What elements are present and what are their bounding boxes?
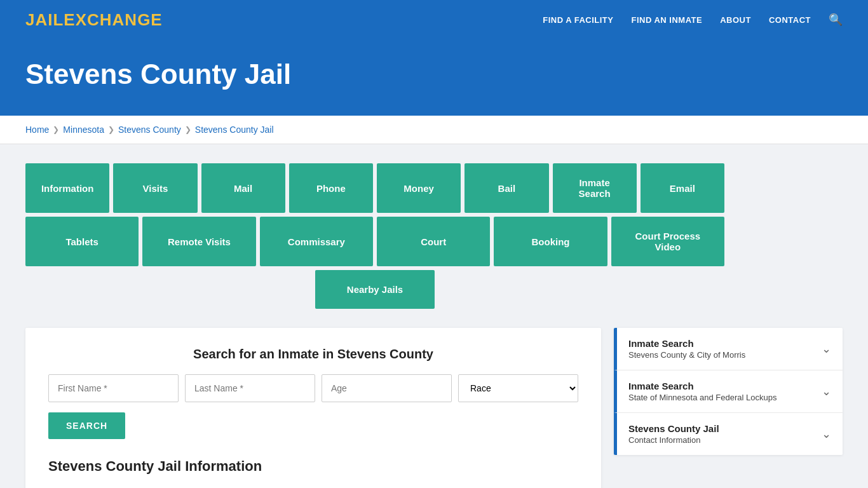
breadcrumb-home[interactable]: Home	[25, 125, 49, 135]
btn-mail[interactable]: Mail	[201, 163, 285, 213]
btn-booking[interactable]: Booking	[494, 217, 607, 266]
logo-jail: JAIL	[25, 10, 64, 29]
btn-commissary[interactable]: Commissary	[260, 217, 373, 266]
breadcrumb-sep-1: ❯	[53, 125, 59, 134]
last-name-input[interactable]	[185, 374, 315, 402]
breadcrumb-minnesota[interactable]: Minnesota	[63, 125, 104, 135]
search-title: Search for an Inmate in Stevens County	[48, 347, 578, 362]
breadcrumb-sep-3: ❯	[185, 125, 191, 134]
btn-tablets[interactable]: Tablets	[25, 217, 139, 266]
breadcrumb-stevens-county[interactable]: Stevens County	[118, 125, 181, 135]
navigation-buttons: Information Visits Mail Phone Money Bail…	[25, 163, 724, 309]
btn-court-process-video[interactable]: Court Process Video	[611, 217, 724, 266]
chevron-icon-0: ⌄	[822, 342, 831, 356]
sidebar-sub-2: Contact Information	[628, 435, 719, 445]
first-name-input[interactable]	[48, 374, 179, 402]
search-button[interactable]: SEARCH	[48, 412, 125, 439]
nav-contact[interactable]: CONTACT	[769, 15, 811, 25]
btn-information[interactable]: Information	[25, 163, 109, 213]
age-input[interactable]	[322, 374, 452, 402]
btn-remote-visits[interactable]: Remote Visits	[142, 217, 255, 266]
sidebar-title-1: Inmate Search	[628, 381, 776, 391]
sidebar-title-2: Stevens County Jail	[628, 423, 719, 434]
page-title: Stevens County Jail	[25, 58, 843, 90]
btn-inmate-search[interactable]: Inmate Search	[553, 163, 637, 213]
sidebar-sub-0: Stevens County & City of Morris	[628, 350, 745, 360]
content-row: Search for an Inmate in Stevens County R…	[25, 328, 843, 488]
breadcrumb-sep-2: ❯	[108, 125, 114, 134]
nav-about[interactable]: ABOUT	[720, 15, 751, 25]
btn-visits[interactable]: Visits	[113, 163, 197, 213]
btn-money[interactable]: Money	[377, 163, 461, 213]
nav-find-facility[interactable]: FIND A FACILITY	[543, 15, 613, 25]
logo[interactable]: JAILEXCHANGE	[25, 10, 163, 30]
sidebar-item-inmate-search-mn[interactable]: Inmate Search State of Minnesota and Fed…	[614, 370, 843, 413]
info-heading: Stevens County Jail Information	[48, 458, 578, 475]
search-fields: Race White Black Hispanic Asian Other	[48, 374, 578, 402]
nav-find-inmate[interactable]: FIND AN INMATE	[631, 15, 702, 25]
nearby-row: Nearby Jails	[25, 270, 724, 309]
hero-section: Stevens County Jail	[0, 39, 868, 116]
sidebar-item-inmate-search-stevens[interactable]: Inmate Search Stevens County & City of M…	[614, 328, 843, 370]
main-nav: FIND A FACILITY FIND AN INMATE ABOUT CON…	[543, 13, 843, 27]
breadcrumb-jail[interactable]: Stevens County Jail	[195, 125, 274, 135]
sidebar-sub-1: State of Minnesota and Federal Lockups	[628, 393, 776, 402]
btn-bail[interactable]: Bail	[465, 163, 548, 213]
race-select[interactable]: Race White Black Hispanic Asian Other	[458, 374, 578, 402]
breadcrumb: Home ❯ Minnesota ❯ Stevens County ❯ Stev…	[0, 116, 868, 144]
site-header: JAILEXCHANGE FIND A FACILITY FIND AN INM…	[0, 0, 868, 39]
sidebar: Inmate Search Stevens County & City of M…	[614, 328, 843, 455]
search-panel: Search for an Inmate in Stevens County R…	[25, 328, 601, 488]
main-area: Information Visits Mail Phone Money Bail…	[0, 144, 868, 488]
btn-court[interactable]: Court	[377, 217, 490, 266]
btn-phone[interactable]: Phone	[289, 163, 373, 213]
search-icon[interactable]: 🔍	[829, 13, 843, 27]
chevron-icon-2: ⌄	[822, 427, 831, 441]
logo-exchange: EXCHANGE	[64, 10, 162, 29]
btn-email[interactable]: Email	[641, 163, 724, 213]
sidebar-title-0: Inmate Search	[628, 338, 745, 349]
chevron-icon-1: ⌄	[822, 384, 831, 398]
btn-nearby-jails[interactable]: Nearby Jails	[315, 270, 435, 309]
sidebar-item-contact-info[interactable]: Stevens County Jail Contact Information …	[614, 413, 843, 455]
